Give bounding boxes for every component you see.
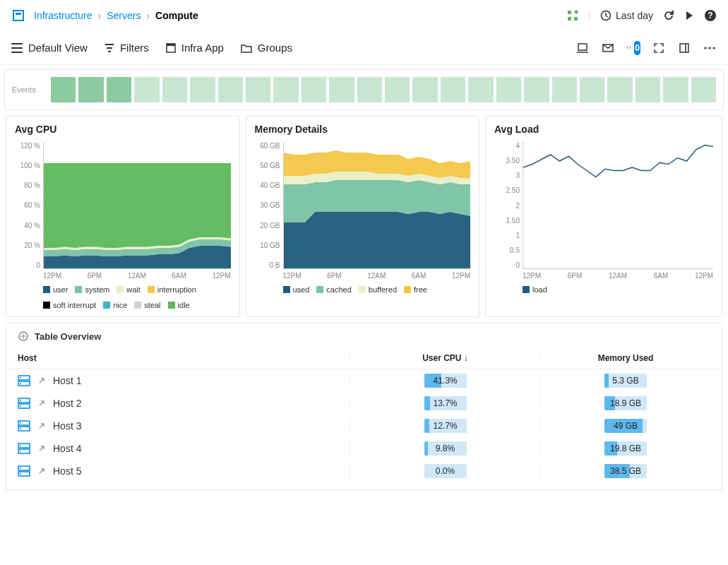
events-bar[interactable] bbox=[468, 77, 493, 102]
legend-item[interactable]: user bbox=[43, 285, 68, 294]
events-bar[interactable] bbox=[663, 77, 688, 102]
open-icon[interactable] bbox=[37, 422, 46, 430]
events-bar[interactable] bbox=[273, 77, 298, 102]
events-timeline: Events bbox=[4, 69, 724, 110]
table-row[interactable]: Host 3 12.7% 49 GB bbox=[6, 415, 722, 437]
events-bar[interactable] bbox=[190, 77, 215, 102]
svg-rect-9 bbox=[167, 44, 175, 46]
breadcrumb-servers[interactable]: Servers bbox=[107, 10, 141, 21]
memory-chart[interactable] bbox=[283, 142, 471, 269]
toolbar-right: 0 bbox=[575, 41, 717, 55]
laptop-icon[interactable] bbox=[575, 41, 590, 55]
view-label: Default View bbox=[28, 42, 88, 54]
play-icon[interactable] bbox=[684, 11, 694, 20]
yaxis: 120 %100 %80 %60 %40 %20 %0 bbox=[15, 142, 43, 269]
server-icon bbox=[18, 465, 30, 477]
home-icon[interactable] bbox=[11, 8, 25, 23]
events-bar[interactable] bbox=[412, 77, 437, 102]
more-icon[interactable] bbox=[703, 41, 717, 55]
panel-icon[interactable] bbox=[677, 41, 691, 55]
legend-item[interactable]: soft interrupt bbox=[43, 301, 96, 309]
host-name: Host 2 bbox=[53, 398, 81, 409]
legend-item[interactable]: idle bbox=[168, 301, 190, 309]
events-bar[interactable] bbox=[51, 77, 76, 102]
events-bar[interactable] bbox=[552, 77, 577, 102]
open-icon[interactable] bbox=[37, 376, 46, 385]
table-row[interactable]: Host 4 9.8% 19.8 GB bbox=[6, 437, 722, 460]
table-row[interactable]: Host 2 13.7% 18.9 GB bbox=[6, 392, 722, 415]
host-name: Host 5 bbox=[53, 465, 81, 477]
events-bar[interactable] bbox=[107, 77, 131, 102]
events-bars[interactable] bbox=[51, 77, 716, 102]
open-icon[interactable] bbox=[37, 444, 46, 453]
mail-icon[interactable] bbox=[601, 41, 615, 55]
cpu-bar: 12.7% bbox=[424, 419, 467, 433]
server-icon bbox=[18, 375, 30, 386]
events-bar[interactable] bbox=[218, 77, 243, 102]
events-bar[interactable] bbox=[496, 77, 521, 102]
events-bar[interactable] bbox=[691, 77, 716, 102]
mem-bar: 38.5 GB bbox=[604, 464, 647, 478]
cpu-bar: 9.8% bbox=[424, 441, 467, 456]
events-bar[interactable] bbox=[441, 77, 465, 102]
cpu-bar: 41.3% bbox=[424, 374, 467, 388]
view-selector[interactable]: Default View bbox=[11, 42, 88, 54]
svg-rect-4 bbox=[574, 17, 578, 20]
legend-item[interactable]: nice bbox=[103, 301, 127, 309]
legend-item[interactable]: system bbox=[75, 285, 109, 294]
events-bar[interactable] bbox=[162, 77, 187, 102]
legend-item[interactable]: buffered bbox=[359, 285, 397, 294]
legend-item[interactable]: cached bbox=[316, 285, 351, 294]
table-header: Host User CPU ↓ Memory Used bbox=[6, 347, 722, 369]
chart-panels: Avg CPU 120 %100 %80 %60 %40 %20 %0 12PM… bbox=[0, 110, 728, 323]
filters-button[interactable]: Filters bbox=[105, 42, 149, 54]
events-bar[interactable] bbox=[246, 77, 270, 102]
time-range-selector[interactable]: Last day bbox=[600, 10, 653, 21]
cpu-chart[interactable] bbox=[43, 142, 231, 269]
events-bar[interactable] bbox=[329, 77, 354, 102]
events-bar[interactable] bbox=[524, 77, 549, 102]
legend-item[interactable]: steal bbox=[134, 301, 160, 309]
legend-item[interactable]: load bbox=[523, 285, 547, 294]
events-bar[interactable] bbox=[580, 77, 604, 102]
events-bar[interactable] bbox=[302, 77, 326, 102]
legend-item[interactable]: used bbox=[283, 285, 310, 294]
add-widget-icon[interactable] bbox=[567, 10, 578, 21]
table-row[interactable]: Host 5 0.0% 38.5 GB bbox=[6, 460, 722, 482]
events-bar[interactable] bbox=[607, 77, 632, 102]
table-row[interactable]: Host 1 41.3% 5.3 GB bbox=[6, 369, 722, 392]
host-name: Host 4 bbox=[53, 443, 81, 454]
fullscreen-icon[interactable] bbox=[652, 41, 666, 55]
cpu-bar: 0.0% bbox=[424, 464, 467, 478]
col-host[interactable]: Host bbox=[18, 353, 350, 363]
breadcrumb-sep: › bbox=[146, 10, 150, 21]
toolbar-left: Default View Filters Infra App Groups bbox=[11, 42, 575, 54]
alert-icon[interactable]: 0 bbox=[626, 41, 640, 55]
legend-item[interactable]: free bbox=[404, 285, 427, 294]
col-mem[interactable]: Memory Used bbox=[540, 353, 710, 363]
mem-bar: 5.3 GB bbox=[604, 374, 647, 388]
breadcrumb-infrastructure[interactable]: Infrastructure bbox=[34, 10, 92, 21]
events-bar[interactable] bbox=[385, 77, 410, 102]
events-bar[interactable] bbox=[357, 77, 382, 102]
refresh-icon[interactable] bbox=[663, 10, 674, 21]
load-chart[interactable] bbox=[523, 142, 713, 269]
table-overview: Table Overview Host User CPU ↓ Memory Us… bbox=[6, 323, 722, 490]
groups-button[interactable]: Groups bbox=[241, 42, 292, 54]
events-bar[interactable] bbox=[134, 77, 159, 102]
app-icon bbox=[166, 43, 176, 53]
infra-app-button[interactable]: Infra App bbox=[166, 42, 224, 54]
legend: load bbox=[523, 285, 713, 294]
help-icon[interactable]: ? bbox=[704, 9, 717, 22]
events-bar[interactable] bbox=[635, 77, 660, 102]
open-icon[interactable] bbox=[37, 399, 46, 408]
legend-item[interactable]: interruption bbox=[148, 285, 196, 294]
svg-rect-3 bbox=[568, 17, 571, 20]
col-cpu[interactable]: User CPU ↓ bbox=[350, 353, 540, 363]
time-range-label: Last day bbox=[616, 10, 653, 21]
events-bar[interactable] bbox=[78, 77, 103, 102]
breadcrumb-sep: › bbox=[97, 10, 101, 21]
legend-item[interactable]: wait bbox=[117, 285, 141, 294]
groups-label: Groups bbox=[258, 42, 292, 54]
open-icon[interactable] bbox=[37, 467, 46, 475]
